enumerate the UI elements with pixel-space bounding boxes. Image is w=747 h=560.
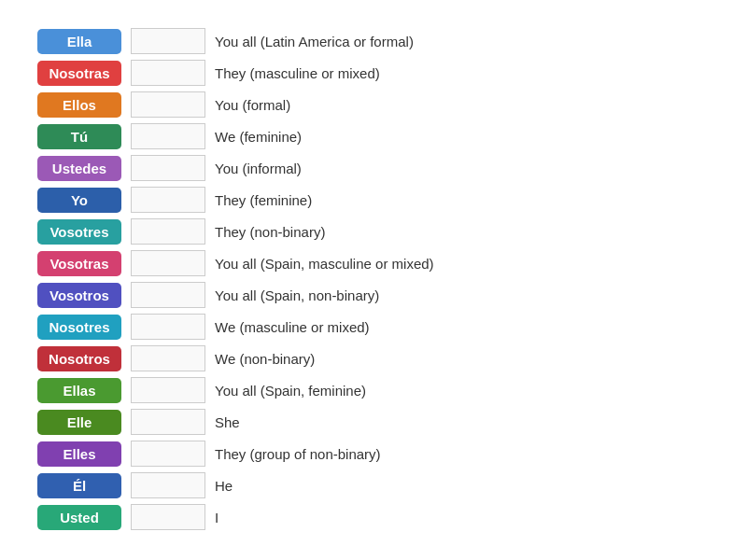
match-input-row-vosotras[interactable]: [131, 250, 205, 276]
definition-label-row-vosotros: You all (Spain, non-binary): [215, 287, 379, 303]
definition-label-row-ustedes: You (informal): [215, 161, 302, 176]
pronoun-btn-row-elles[interactable]: Elles: [37, 441, 121, 467]
match-row: TúWe (feminine): [37, 123, 710, 149]
match-input-row-elles[interactable]: [131, 441, 205, 467]
definition-label-row-ellos: You (formal): [215, 97, 290, 113]
definition-label-row-elles: They (group of non-binary): [215, 446, 381, 462]
match-row: NosotresWe (masculine or mixed): [37, 314, 710, 340]
definition-label-row-ella: You all (Latin America or formal): [215, 34, 414, 49]
match-row: EllesThey (group of non-binary): [37, 441, 710, 467]
match-row: EllosYou (formal): [37, 91, 710, 118]
match-row: VosotresThey (non-binary): [37, 218, 710, 245]
match-input-row-nosotres[interactable]: [131, 314, 205, 340]
match-row: EllasYou all (Spain, feminine): [37, 377, 710, 403]
pronoun-btn-row-ustedes[interactable]: Ustedes: [37, 156, 121, 181]
pronoun-btn-row-tu[interactable]: Tú: [37, 124, 121, 149]
match-input-row-ustedes[interactable]: [131, 155, 205, 181]
match-row: YoThey (feminine): [37, 187, 710, 213]
match-row: VosotrasYou all (Spain, masculine or mix…: [37, 250, 710, 276]
match-input-row-yo[interactable]: [131, 187, 205, 213]
pronoun-btn-row-vosotros[interactable]: Vosotros: [37, 283, 121, 308]
pronoun-btn-row-ellos[interactable]: Ellos: [37, 92, 121, 118]
pronoun-btn-row-vosotres[interactable]: Vosotres: [37, 219, 121, 245]
match-input-row-vosotres[interactable]: [131, 218, 205, 245]
match-row: NosotrosWe (non-binary): [37, 345, 710, 371]
match-input-row-ellos[interactable]: [131, 91, 205, 118]
matching-activity: EllaYou all (Latin America or formal)Nos…: [19, 19, 728, 539]
match-input-row-tu[interactable]: [131, 123, 205, 149]
pronoun-btn-row-vosotras[interactable]: Vosotras: [37, 251, 121, 276]
pronoun-btn-row-nosotras[interactable]: Nosotras: [37, 61, 121, 86]
definition-label-row-vosotras: You all (Spain, masculine or mixed): [215, 256, 434, 272]
definition-label-row-yo: They (feminine): [215, 192, 312, 208]
definition-label-row-nosotros: We (non-binary): [215, 351, 315, 367]
definition-label-row-vosotres: They (non-binary): [215, 224, 325, 240]
match-input-row-nosotras[interactable]: [131, 60, 205, 86]
match-input-row-nosotros[interactable]: [131, 345, 205, 371]
definition-label-row-el: He: [215, 478, 233, 494]
definition-label-row-elle: She: [215, 414, 240, 430]
definition-label-row-ellas: You all (Spain, feminine): [215, 383, 366, 399]
definition-label-row-nosotres: We (masculine or mixed): [215, 319, 370, 335]
match-input-row-ellas[interactable]: [131, 377, 205, 403]
match-row: NosotrasThey (masculine or mixed): [37, 60, 710, 86]
pronoun-btn-row-elle[interactable]: Elle: [37, 410, 121, 435]
match-input-row-ella[interactable]: [131, 28, 205, 54]
match-row: UstedesYou (informal): [37, 155, 710, 181]
pronoun-btn-row-ella[interactable]: Ella: [37, 29, 121, 54]
pronoun-btn-row-nosotros[interactable]: Nosotros: [37, 346, 121, 371]
pronoun-btn-row-usted[interactable]: Usted: [37, 505, 121, 530]
match-row: ElleShe: [37, 409, 710, 435]
match-input-row-elle[interactable]: [131, 409, 205, 435]
match-row: VosotrosYou all (Spain, non-binary): [37, 282, 710, 308]
match-row: EllaYou all (Latin America or formal): [37, 28, 710, 54]
definition-label-row-tu: We (feminine): [215, 129, 302, 145]
match-input-row-usted[interactable]: [131, 504, 205, 530]
match-row: ÉlHe: [37, 472, 710, 498]
match-row: UstedI: [37, 504, 710, 530]
definition-label-row-nosotras: They (masculine or mixed): [215, 65, 380, 81]
pronoun-btn-row-el[interactable]: Él: [37, 473, 121, 498]
pronoun-btn-row-yo[interactable]: Yo: [37, 188, 121, 213]
pronoun-btn-row-nosotres[interactable]: Nosotres: [37, 315, 121, 340]
match-input-row-vosotros[interactable]: [131, 282, 205, 308]
pronoun-btn-row-ellas[interactable]: Ellas: [37, 378, 121, 403]
match-input-row-el[interactable]: [131, 472, 205, 498]
definition-label-row-usted: I: [215, 510, 218, 525]
